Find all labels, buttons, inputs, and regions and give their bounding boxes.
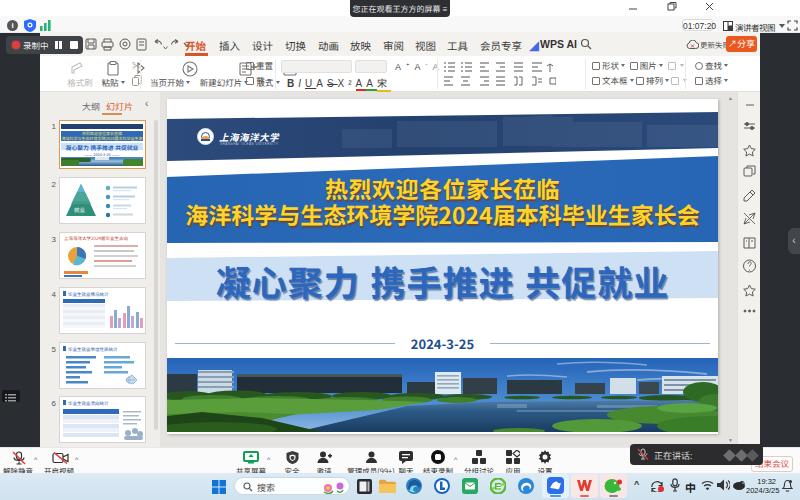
svg-text:就业: 就业 [74, 206, 86, 214]
svg-text:毕业生就业单位性质统计: 毕业生就业单位性质统计 [68, 346, 118, 352]
svg-text:毕业生就业情况统计: 毕业生就业情况统计 [68, 291, 109, 297]
svg-text:上海海洋大学2024届毕业生去向: 上海海洋大学2024届毕业生去向 [64, 235, 128, 241]
svg-text:毕业生就业流向统计: 毕业生就业流向统计 [68, 400, 109, 406]
